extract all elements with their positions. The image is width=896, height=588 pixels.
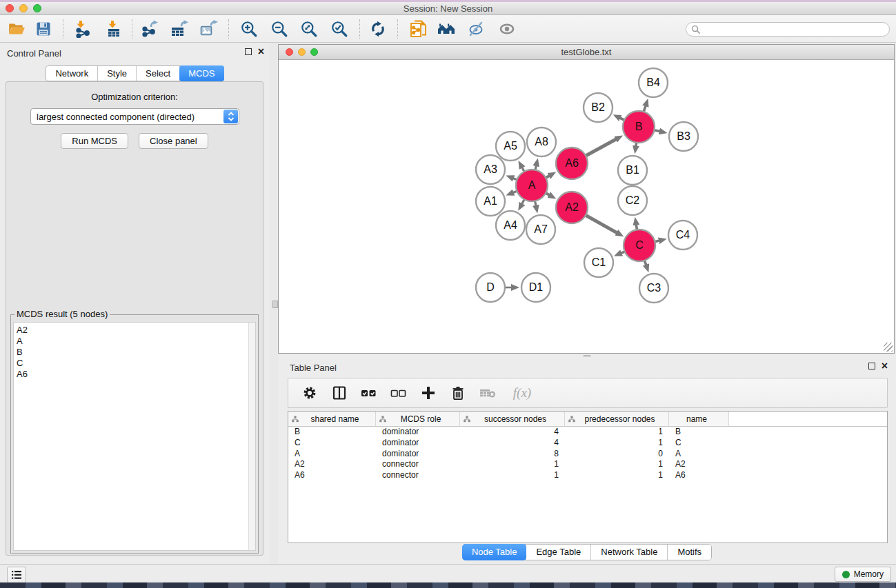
open-session-icon[interactable] [7,19,26,39]
graph-node-C3[interactable]: C3 [639,274,668,303]
graph-node-C1[interactable]: C1 [584,248,613,277]
graph-node-A4[interactable]: A4 [496,211,525,240]
table-cell[interactable]: dominator [376,438,460,449]
table-row[interactable]: A2connector11A2 [288,459,887,470]
table-cell[interactable]: 1 [460,470,565,481]
graph-node-B1[interactable]: B1 [618,156,647,185]
mcds-result-list[interactable]: A2ABCA6 [13,322,256,551]
float-panel-icon[interactable] [245,48,252,55]
table-cell[interactable]: 1 [460,459,565,470]
graph-node-A6[interactable]: A6 [556,148,588,179]
mcds-result-item[interactable]: A [17,336,255,347]
table-cell[interactable]: A [288,449,376,460]
refresh-icon[interactable] [368,19,388,39]
table-cell[interactable]: connector [376,470,460,481]
tab-select[interactable]: Select [137,66,180,81]
graph-node-A1[interactable]: A1 [476,187,505,216]
export-table-icon[interactable] [170,19,189,39]
mcds-result-item[interactable]: A2 [17,325,255,336]
hide-graphics-details-icon[interactable] [466,19,486,39]
zoom-fit-icon[interactable] [299,19,319,39]
table-cell[interactable]: 1 [565,470,669,481]
tab-edge-table[interactable]: Edge Table [526,545,591,560]
export-network-icon[interactable] [141,19,160,39]
graph-node-B4[interactable]: B4 [639,68,668,97]
import-table-icon[interactable] [104,19,123,39]
app-manager-button[interactable] [7,567,26,583]
new-network-icon[interactable] [409,19,428,39]
window-titlebar[interactable]: Session: New Session [0,2,896,15]
run-mcds-button[interactable]: Run MCDS [61,133,128,149]
column-header-shared-name[interactable]: shared name [288,412,376,426]
export-image-icon[interactable] [199,19,219,39]
table-cell[interactable]: A [669,449,729,460]
table-cell[interactable]: dominator [376,449,460,460]
deselect-all-icon[interactable] [390,384,408,402]
delete-column-icon[interactable] [449,384,467,402]
graph-node-C2[interactable]: C2 [618,186,647,215]
table-cell[interactable]: connector [376,459,460,470]
result-scrollbar[interactable] [248,323,255,550]
graph-node-B[interactable]: B [623,111,655,143]
graph-node-A[interactable]: A [516,170,548,201]
graph-node-B2[interactable]: B2 [584,93,613,122]
criterion-dropdown[interactable]: largest connected component (directed) [30,108,239,125]
table-row[interactable]: A6connector11A6 [288,470,887,481]
zoom-out-icon[interactable] [270,19,289,39]
network-canvas[interactable]: AA1A2A3A4A5A6A7A8BB1B2B3B4CC1C2C3C4DD1 [279,60,894,353]
memory-button[interactable]: Memory [835,567,891,582]
tab-motifs[interactable]: Motifs [668,545,711,560]
table-cell[interactable]: 4 [460,427,565,438]
zoom-in-icon[interactable] [239,19,259,39]
column-header-name[interactable]: name [669,412,729,426]
tab-network[interactable]: Network [46,66,98,81]
graph-node-A2[interactable]: A2 [556,192,588,223]
table-cell[interactable]: 1 [565,438,669,449]
close-table-panel-icon[interactable]: × [882,363,888,369]
table-cell[interactable]: A2 [669,459,729,470]
tab-node-table[interactable]: Node Table [462,544,528,560]
close-panel-button[interactable]: Close panel [139,133,208,149]
add-column-icon[interactable] [419,384,437,402]
table-cell[interactable]: B [669,427,729,438]
home-icon[interactable] [437,19,456,39]
graph-node-A8[interactable]: A8 [527,128,556,156]
table-cell[interactable]: B [288,427,376,438]
graph-node-C4[interactable]: C4 [668,221,697,250]
graph-node-A5[interactable]: A5 [496,132,525,161]
table-cell[interactable]: dominator [376,427,460,438]
zoom-selected-icon[interactable] [330,19,349,39]
table-cell[interactable]: 1 [565,427,669,438]
graph-node-D1[interactable]: D1 [521,273,550,302]
tab-style[interactable]: Style [98,66,137,81]
tab-mcds[interactable]: MCDS [179,65,223,81]
column-header-predecessor-nodes[interactable]: predecessor nodes [565,412,669,426]
graph-node-D[interactable]: D [476,273,505,302]
table-cell[interactable]: 0 [565,449,669,460]
table-row[interactable]: Cdominator41C [288,438,887,449]
graph-node-C[interactable]: C [624,230,655,261]
table-row[interactable]: Adominator80A [288,449,887,460]
tab-network-table[interactable]: Network Table [591,545,668,560]
mcds-result-item[interactable]: A6 [17,369,255,380]
graph-node-A7[interactable]: A7 [526,215,555,244]
split-divider[interactable] [270,43,278,564]
table-cell[interactable]: C [669,438,729,449]
graph-node-A3[interactable]: A3 [476,155,505,184]
search-input[interactable] [703,25,889,34]
graph-node-B3[interactable]: B3 [669,122,698,151]
split-handle[interactable] [272,301,278,308]
search-field[interactable] [686,22,890,37]
table-cell[interactable]: A2 [288,459,376,470]
table-cell[interactable]: 1 [565,459,669,470]
resize-grip-icon[interactable] [884,343,893,352]
table-cell[interactable]: 4 [460,438,565,449]
close-panel-icon[interactable]: × [258,48,264,55]
table-cell[interactable]: A6 [669,470,729,481]
table-row[interactable]: Bdominator41B [288,427,887,438]
table-cell[interactable]: A6 [288,470,376,481]
save-session-icon[interactable] [34,19,53,39]
table-cell[interactable]: 8 [460,449,565,460]
show-columns-icon[interactable] [330,384,348,402]
show-graphics-details-icon[interactable] [497,19,517,39]
